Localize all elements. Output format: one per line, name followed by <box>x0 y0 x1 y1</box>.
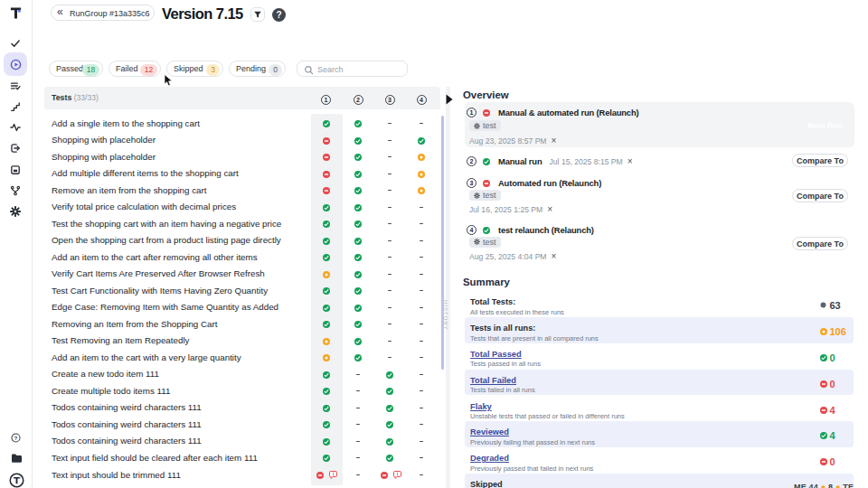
svg-text:?: ? <box>14 434 18 440</box>
